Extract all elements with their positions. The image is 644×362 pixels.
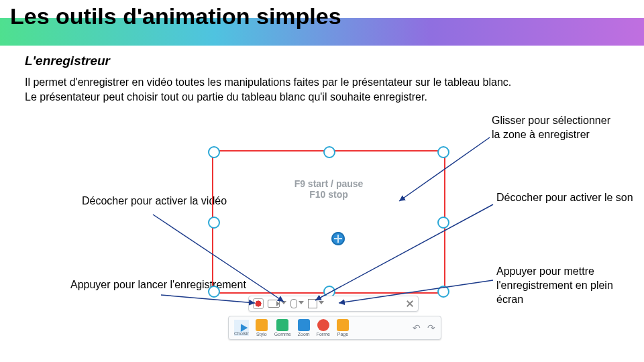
fullscreen-toggle[interactable] <box>308 299 324 308</box>
tool-select[interactable]: Choisir <box>234 320 249 336</box>
whiteboard-toolbar: Choisir Stylo Gomme Zoom Forme Page ↶ ↷ <box>228 316 441 340</box>
tool-zoom[interactable]: Zoom <box>298 319 310 337</box>
resize-handle-icon[interactable] <box>208 146 220 158</box>
tool-label: Choisir <box>234 331 249 336</box>
microphone-icon <box>290 299 297 308</box>
shape-icon <box>317 319 329 331</box>
tool-pen[interactable]: Stylo <box>256 319 268 337</box>
page-icon <box>337 319 349 331</box>
hint-line: F9 start / pause <box>294 178 364 189</box>
move-handle-icon[interactable] <box>331 232 345 245</box>
section-subtitle: L'enregistreur <box>25 54 110 68</box>
record-button-icon[interactable] <box>253 298 264 309</box>
description-line: Il permet d'enregistrer en vidéo toutes … <box>25 76 511 88</box>
undo-icon[interactable]: ↶ <box>413 322 421 333</box>
tool-eraser[interactable]: Gomme <box>274 319 291 337</box>
camera-icon <box>268 300 280 308</box>
eraser-icon <box>276 319 288 331</box>
redo-icon[interactable]: ↷ <box>427 322 435 333</box>
tool-shape[interactable]: Forme <box>317 319 330 337</box>
description-line: Le présentateur peut choisir tout ou par… <box>25 91 427 103</box>
tool-label: Gomme <box>274 332 291 337</box>
chevron-down-icon <box>299 301 304 307</box>
annotation-sound: Décocher pour activer le son <box>496 191 633 205</box>
resize-handle-icon[interactable] <box>208 286 220 298</box>
cursor-icon <box>235 318 248 332</box>
resize-handle-icon[interactable] <box>437 286 449 298</box>
pen-icon <box>256 319 268 331</box>
recording-area-outline[interactable]: F9 start / pause F10 stop <box>212 150 445 294</box>
hint-line: F10 stop <box>309 189 348 200</box>
close-icon[interactable] <box>406 300 414 308</box>
fullscreen-icon <box>308 299 317 308</box>
tool-label: Page <box>337 332 348 337</box>
tool-label: Stylo <box>256 332 267 337</box>
description-text: Il permet d'enregistrer en vidéo toutes … <box>25 75 511 104</box>
zoom-icon <box>298 319 310 331</box>
tool-label: Forme <box>317 332 330 337</box>
audio-toggle[interactable] <box>290 299 304 308</box>
tool-page[interactable]: Page <box>337 319 349 337</box>
recorder-toolbar <box>248 296 419 312</box>
tool-label: Zoom <box>298 332 310 337</box>
resize-handle-icon[interactable] <box>208 217 220 229</box>
page-title: Les outils d'animation simples <box>10 3 341 29</box>
video-toggle[interactable] <box>268 300 286 308</box>
annotation-fullscreen: Appuyer pour mettre l'enregistrement en … <box>496 265 617 306</box>
annotation-drag: Glisser pour sélectionner la zone à enre… <box>492 114 619 142</box>
keyboard-hint: F9 start / pause F10 stop <box>213 178 444 200</box>
chevron-down-icon <box>319 301 324 307</box>
recorder-screenshot: F9 start / pause F10 stop Choisir Stylo … <box>203 150 458 338</box>
resize-handle-icon[interactable] <box>323 146 335 158</box>
resize-handle-icon[interactable] <box>437 146 449 158</box>
resize-handle-icon[interactable] <box>437 217 449 229</box>
